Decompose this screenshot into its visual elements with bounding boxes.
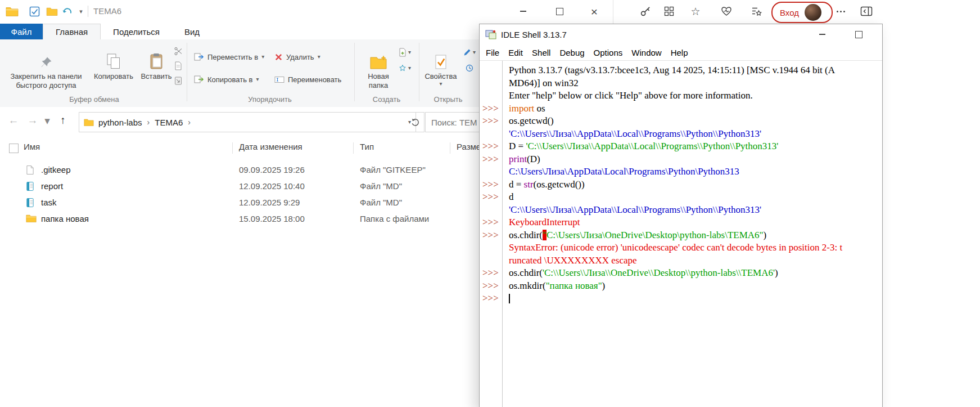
shell-line: >>>KeyboardInterrupt <box>480 216 882 229</box>
shell-lines: Python 3.13.7 (tags/v3.13.7:bcee1c3, Aug… <box>480 64 882 305</box>
navigation-bar: ← → ▾ ↑ python-labs › ТЕМА6 › ▾ Поиск: Т… <box>0 107 479 136</box>
move-to-label: Переместить в <box>207 53 258 61</box>
shell-prompt: >>> <box>480 216 505 229</box>
divider[interactable] <box>232 142 233 154</box>
shell-text: os.chdir("C:\Users\Лиза\OneDrive\Desktop… <box>505 229 766 242</box>
select-all-checkbox[interactable] <box>9 144 19 153</box>
edit-icon <box>463 48 471 56</box>
file-row[interactable]: папка новая15.09.2025 18:00Папка с файла… <box>0 211 479 227</box>
easy-access-icon <box>399 64 407 72</box>
new-folder-button[interactable]: Новая папка <box>362 44 395 90</box>
signin-button[interactable]: Вход <box>771 2 833 23</box>
move-to-button[interactable]: Переместить в ▾ <box>194 50 264 64</box>
tab-view[interactable]: Вид <box>172 24 212 39</box>
menu-options[interactable]: Options <box>589 48 627 57</box>
up-icon[interactable]: ↑ <box>55 113 71 128</box>
shell-text <box>505 292 510 305</box>
copy-button[interactable]: Копировать <box>89 44 138 81</box>
divider[interactable] <box>450 142 450 154</box>
idle-maximize-button[interactable] <box>846 24 871 44</box>
properties-checkbox-icon[interactable] <box>27 5 42 18</box>
easy-access-button[interactable]: ▾ <box>395 62 414 74</box>
more-options-icon[interactable] <box>831 2 850 20</box>
shell-output[interactable]: Python 3.13.7 (tags/v3.13.7:bcee1c3, Aug… <box>480 61 882 407</box>
favorites-hub-icon[interactable] <box>747 2 766 20</box>
breadcrumb-chevron-icon[interactable]: › <box>147 118 150 127</box>
file-list: .gitkeep09.09.2025 19:26Файл "GITKEEP"re… <box>0 162 479 227</box>
minimize-button[interactable] <box>510 0 536 23</box>
shell-text: os.getcwd() <box>505 115 554 128</box>
tab-share[interactable]: Поделиться <box>101 24 172 39</box>
shell-line: >>>d = str(os.getcwd()) <box>480 178 882 191</box>
column-type[interactable]: Тип <box>360 142 374 151</box>
new-folder-qat-icon[interactable] <box>45 5 58 18</box>
menu-help[interactable]: Help <box>666 48 693 57</box>
column-name[interactable]: Имя <box>24 142 40 151</box>
tab-file[interactable]: Файл <box>0 24 43 39</box>
pin-label-line1: Закрепить на панели <box>7 72 85 81</box>
shell-text: Enter "help" below or click "Help" above… <box>505 90 753 102</box>
paste-shortcut-button[interactable] <box>169 74 188 87</box>
cut-button[interactable] <box>169 45 188 57</box>
rename-button[interactable]: Переименовать <box>274 73 341 86</box>
edit-button[interactable]: ▾ <box>460 46 479 59</box>
tab-home[interactable]: Главная <box>43 24 101 39</box>
copy-to-button[interactable]: Копировать в ▾ <box>194 73 259 86</box>
shell-prompt: >>> <box>480 280 505 293</box>
chevron-down-icon: ▾ <box>423 81 459 87</box>
forward-icon[interactable]: → <box>25 113 40 128</box>
file-row[interactable]: task12.09.2025 9:29Файл "MD" <box>0 195 479 211</box>
shell-prompt: >>> <box>480 229 505 242</box>
file-row[interactable]: report12.09.2025 10:40Файл "MD" <box>0 178 479 195</box>
delete-button[interactable]: Удалить ▾ <box>274 50 320 64</box>
shell-line: 'C:\\Users\\Лиза\\AppData\\Local\\Progra… <box>480 204 882 217</box>
file-row[interactable]: .gitkeep09.09.2025 19:26Файл "GITKEEP" <box>0 162 479 178</box>
menu-debug[interactable]: Debug <box>555 48 589 57</box>
breadcrumb-current[interactable]: ТЕМА6 <box>155 118 183 127</box>
maximize-button[interactable] <box>547 0 572 23</box>
copy-path-icon <box>174 61 182 70</box>
back-icon[interactable]: ← <box>6 113 21 128</box>
address-bar[interactable]: python-labs › ТЕМА6 › ▾ <box>79 112 416 132</box>
shell-prompt: >>> <box>480 292 505 305</box>
breadcrumb-chevron-icon[interactable]: › <box>188 118 191 127</box>
file-name: папка новая <box>41 214 89 223</box>
refresh-button[interactable] <box>407 112 424 132</box>
copy-path-button[interactable] <box>169 60 188 72</box>
idle-app-icon <box>485 29 496 40</box>
divider[interactable] <box>353 142 354 154</box>
menu-window[interactable]: Window <box>627 48 666 57</box>
idle-titlebar: IDLE Shell 3.13.7 <box>480 24 882 44</box>
move-to-icon <box>194 52 204 61</box>
menu-edit[interactable]: Edit <box>504 48 527 57</box>
shell-line: >>>print(D) <box>480 153 882 166</box>
shell-text: C:\Users\Лиза\AppData\Local\Programs\Pyt… <box>505 166 739 178</box>
browser-essentials-icon[interactable] <box>717 2 736 20</box>
new-item-icon <box>399 48 407 57</box>
undo-icon[interactable] <box>61 5 74 18</box>
password-key-icon[interactable] <box>636 2 655 20</box>
properties-button[interactable]: Свойства ▾ <box>423 44 459 87</box>
sidebar-panel-icon[interactable] <box>857 2 876 20</box>
explorer-app-folder-icon <box>4 5 19 18</box>
pin-to-quick-access-button[interactable]: Закрепить на панели быстрого доступа <box>7 44 85 90</box>
history-button[interactable] <box>460 62 479 74</box>
history-chevron-icon[interactable]: ▾ <box>43 113 52 128</box>
breadcrumb-root[interactable]: python-labs <box>98 118 142 127</box>
menu-file[interactable]: File <box>481 48 504 57</box>
shell-prompt <box>480 77 505 90</box>
menu-shell[interactable]: Shell <box>527 48 555 57</box>
new-item-button[interactable]: ▾ <box>395 46 414 59</box>
add-favorite-star-icon[interactable]: ☆ <box>686 2 705 20</box>
file-date: 09.09.2025 19:26 <box>239 165 305 175</box>
divider <box>187 43 187 101</box>
shell-text: d <box>505 191 514 204</box>
shell-line: >>>d <box>480 191 882 204</box>
idle-minimize-button[interactable] <box>810 24 834 44</box>
collections-icon[interactable] <box>660 2 679 20</box>
chevron-down-icon[interactable]: ▾ <box>76 5 85 18</box>
shell-line: >>>os.chdir("C:\Users\Лиза\OneDrive\Desk… <box>480 229 882 242</box>
copy-icon <box>89 44 138 72</box>
close-button[interactable]: × <box>581 0 607 23</box>
column-date[interactable]: Дата изменения <box>239 142 302 151</box>
